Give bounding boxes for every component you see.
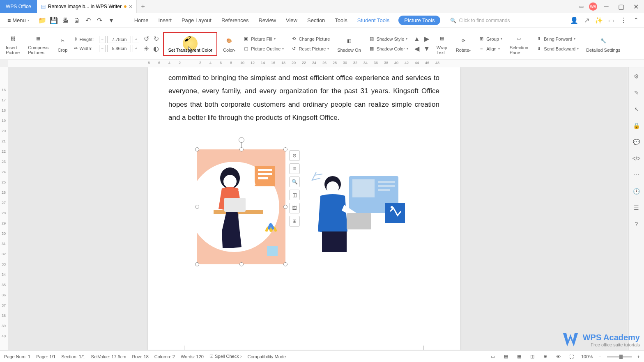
second-image[interactable]: [308, 168, 407, 262]
status-words[interactable]: Words: 120: [181, 354, 204, 359]
open-icon[interactable]: 📁: [38, 16, 46, 25]
width-decrease[interactable]: −: [99, 45, 106, 52]
status-view2-icon[interactable]: ▦: [515, 353, 523, 360]
detailed-settings-button[interactable]: 🔧 Detailed Settings: [584, 35, 623, 53]
status-view1-icon[interactable]: ▤: [502, 353, 510, 360]
sp-help-icon[interactable]: ?: [632, 219, 642, 229]
rotate-button[interactable]: ⟳ Rotate▾: [453, 35, 473, 53]
selection-pane-button[interactable]: ▭ Selection Pane: [507, 33, 531, 55]
document-tab[interactable]: ▤ Remove image b... in WPS Writer ×: [37, 0, 137, 13]
height-decrease[interactable]: −: [99, 36, 106, 43]
command-search[interactable]: 🔍 Click to find commands: [450, 18, 510, 23]
resize-handle-mr[interactable]: [283, 205, 288, 209]
status-zoom[interactable]: 100%: [581, 354, 593, 359]
brightness-icon[interactable]: ☀: [143, 45, 150, 53]
sp-cursor-icon[interactable]: ↖: [632, 104, 642, 114]
tab-section[interactable]: Section: [306, 16, 326, 25]
sp-chat-icon[interactable]: 💬: [632, 137, 642, 147]
bring-forward-button[interactable]: ⬆Bring Forward▾: [534, 35, 580, 43]
status-setvalue[interactable]: SetValue: 17.6cm: [91, 354, 126, 359]
picture-outline-button[interactable]: ▢Picture Outline▾: [241, 45, 285, 53]
resize-handle-tl[interactable]: [195, 147, 199, 151]
app-tab[interactable]: WPS Office: [0, 0, 37, 13]
insert-picture-button[interactable]: 🖼 Insert Picture: [3, 33, 22, 55]
user-avatar[interactable]: WA: [589, 2, 597, 11]
crop-button[interactable]: ✂ Crop: [54, 35, 71, 53]
shadow-color-button[interactable]: ▩Shadow Color▾: [367, 45, 410, 53]
tab-page-layout[interactable]: Page Layout: [181, 16, 212, 25]
ai-icon[interactable]: ✨: [595, 16, 603, 25]
color-button[interactable]: 🎨 Color▾: [221, 35, 238, 53]
maximize-button[interactable]: ▢: [615, 1, 627, 12]
send-backward-button[interactable]: ⬇Send Backward▾: [534, 45, 580, 53]
zoom-in-icon[interactable]: +: [637, 354, 640, 359]
picture-fill-button[interactable]: ▣Picture Fill▾: [241, 35, 285, 43]
sp-settings-icon[interactable]: ⚙: [632, 71, 642, 81]
print-preview-icon[interactable]: 🗎: [73, 16, 81, 25]
minimize-button[interactable]: ─: [600, 1, 612, 12]
vertical-ruler[interactable]: 1617181920212223242526272829303132333435…: [0, 67, 8, 350]
more-icon[interactable]: ⋮: [619, 16, 628, 25]
status-fit-icon[interactable]: ⛶: [568, 353, 575, 360]
user-icon[interactable]: 👤: [570, 16, 578, 25]
float-more-icon[interactable]: ⊞: [289, 216, 300, 227]
group-button[interactable]: ⊞Group▾: [476, 35, 504, 43]
window-layout-icon[interactable]: ▭: [577, 2, 586, 11]
width-field[interactable]: 5.86cm: [107, 45, 131, 52]
rotate-right-icon[interactable]: ↻: [152, 35, 160, 43]
close-window-button[interactable]: ✕: [630, 1, 642, 12]
new-tab-button[interactable]: +: [137, 0, 149, 13]
shadow-style-button[interactable]: ▨Shadow Style▾: [367, 35, 410, 43]
shadow-on-button[interactable]: ◧ Shadow On: [335, 35, 363, 53]
tab-view[interactable]: View: [285, 16, 298, 25]
sp-clock-icon[interactable]: 🕐: [632, 186, 642, 196]
zoom-out-icon[interactable]: −: [598, 354, 601, 359]
status-column[interactable]: Column: 2: [154, 354, 175, 359]
align-button[interactable]: ≡Align▾: [476, 45, 504, 53]
sp-pencil-icon[interactable]: ✎: [632, 88, 642, 98]
status-view3-icon[interactable]: ◫: [529, 353, 536, 360]
horizontal-ruler[interactable]: 8642246810121416182022242628303234363840…: [8, 60, 644, 67]
float-crop-icon[interactable]: ◫: [289, 190, 300, 200]
tab-tools[interactable]: Tools: [334, 16, 348, 25]
resize-handle-bl[interactable]: [195, 262, 199, 266]
nudge-left-icon[interactable]: ◀: [413, 45, 421, 53]
resize-handle-br[interactable]: [283, 262, 288, 266]
status-book-icon[interactable]: ▭: [489, 353, 497, 360]
tab-home[interactable]: Home: [133, 16, 150, 25]
sp-stack-icon[interactable]: ☰: [632, 203, 642, 213]
share-icon[interactable]: ↗: [582, 16, 591, 25]
float-layout-icon[interactable]: ≡: [289, 163, 300, 174]
resize-handle-tr[interactable]: [283, 147, 288, 151]
height-increase[interactable]: +: [133, 36, 139, 43]
resize-handle-tc[interactable]: [239, 147, 244, 151]
float-picture-icon[interactable]: 🖼: [289, 203, 300, 213]
width-increase[interactable]: +: [133, 45, 139, 52]
rotate-left-icon[interactable]: ↺: [143, 35, 150, 43]
sp-lock-icon[interactable]: 🔒: [632, 121, 642, 131]
print-icon[interactable]: 🖶: [61, 16, 69, 25]
selected-image[interactable]: [197, 149, 285, 264]
status-web-icon[interactable]: ⊕: [542, 353, 549, 360]
status-compat[interactable]: Compatibility Mode: [247, 354, 286, 359]
status-page[interactable]: Page: 1/1: [36, 354, 55, 359]
nudge-up-icon[interactable]: ▲: [413, 35, 421, 43]
collapse-ribbon-icon[interactable]: ⌃: [632, 16, 640, 25]
contrast-icon[interactable]: ◐: [152, 45, 160, 53]
status-page-num[interactable]: Page Num: 1: [4, 354, 30, 359]
undo-icon[interactable]: ↶: [84, 16, 92, 25]
zoom-slider[interactable]: [607, 356, 632, 357]
save-icon[interactable]: 💾: [50, 16, 58, 25]
status-eye-icon[interactable]: 👁: [555, 353, 562, 360]
status-section[interactable]: Section: 1/1: [61, 354, 85, 359]
reset-picture-button[interactable]: ↺Reset Picture▾: [289, 45, 331, 53]
tab-insert[interactable]: Insert: [157, 16, 172, 25]
tab-picture-tools[interactable]: Picture Tools: [398, 16, 440, 25]
redo-icon[interactable]: ↷: [96, 16, 104, 25]
float-zoom-icon[interactable]: 🔍: [289, 176, 300, 187]
close-tab-icon[interactable]: ×: [129, 3, 132, 10]
wrap-text-button[interactable]: ▤ Wrap Text: [434, 33, 450, 55]
tab-review[interactable]: Review: [258, 16, 277, 25]
nudge-down-icon[interactable]: ▼: [423, 45, 430, 53]
compress-pictures-button[interactable]: ▦ Compress Pictures: [25, 33, 51, 55]
